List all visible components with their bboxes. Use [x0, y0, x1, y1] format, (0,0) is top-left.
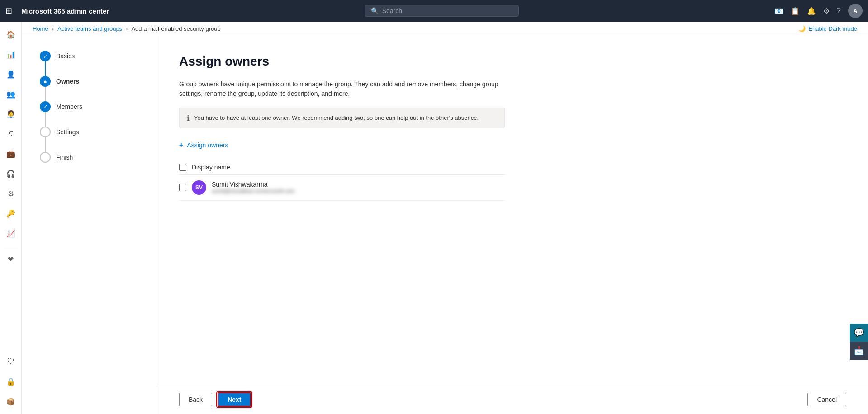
table-row: SV Sumit Vishwakarma sumit@cloudblue.onm…	[179, 175, 505, 201]
help-icon[interactable]: ?	[837, 7, 841, 15]
sidebar-item-reports[interactable]: 📈	[2, 224, 20, 242]
form-description: Group owners have unique permissions to …	[179, 80, 505, 99]
float-chat-button[interactable]: 💬	[850, 324, 868, 342]
sidebar-item-users[interactable]: 👤	[2, 65, 20, 83]
plus-icon: +	[179, 141, 183, 149]
nav-icons: 📧 📋 🔔 ⚙ ? A	[774, 4, 863, 18]
breadcrumb-active-teams[interactable]: Active teams and groups	[57, 25, 122, 32]
step-connector-4	[45, 137, 46, 152]
sidebar-item-home[interactable]: 🏠	[2, 25, 20, 43]
step-connector-1	[45, 61, 46, 76]
row-checkbox[interactable]	[179, 184, 186, 191]
user-avatar: SV	[192, 180, 206, 195]
page-title: Assign owners	[179, 54, 846, 69]
cancel-button[interactable]: Cancel	[807, 393, 846, 406]
app-title: Microsoft 365 admin center	[21, 7, 109, 15]
step-list: ✓ Basics ● Owners ✓ Members	[40, 51, 139, 163]
breadcrumb-home[interactable]: Home	[33, 25, 48, 32]
breadcrumb-bar: Home › Active teams and groups › Add a m…	[22, 22, 868, 36]
search-input[interactable]	[382, 7, 513, 14]
step-item-basics: ✓ Basics	[40, 51, 139, 61]
breadcrumb-current: Add a mail-enabled security group	[131, 25, 220, 32]
content-area: Home › Active teams and groups › Add a m…	[22, 22, 868, 414]
next-button[interactable]: Next	[218, 392, 251, 407]
sidebar-item-devices[interactable]: 🖨	[2, 125, 20, 143]
sidebar-item-settings[interactable]: ⚙	[2, 184, 20, 202]
moon-icon: 🌙	[798, 25, 806, 32]
step-connector-2	[45, 87, 46, 101]
dark-mode-label: Enable Dark mode	[808, 25, 857, 32]
step-item-settings: Settings	[40, 127, 139, 137]
main-layout: 🏠 📊 👤 👥 🧑‍💼 🖨 💼 🎧 ⚙ 🔑 📈 ❤ 🛡 🔒 📦 Home › A…	[0, 22, 868, 414]
sidebar-item-billing[interactable]: 💼	[2, 145, 20, 163]
settings-icon[interactable]: ⚙	[823, 7, 830, 15]
sidebar-item-support[interactable]: 🎧	[2, 165, 20, 183]
step-circle-finish	[40, 152, 51, 163]
info-icon: ℹ	[187, 114, 190, 122]
search-box[interactable]: 🔍	[365, 5, 519, 17]
step-item-members: ✓ Members	[40, 101, 139, 112]
waffle-icon[interactable]: ⊞	[5, 6, 12, 16]
select-all-checkbox[interactable]	[179, 164, 186, 171]
notification-icon[interactable]: 🔔	[807, 7, 816, 15]
sidebar-item-roles[interactable]: 🔑	[2, 204, 20, 222]
step-item-owners: ● Owners	[40, 76, 139, 87]
info-text: You have to have at least one owner. We …	[194, 113, 479, 122]
step-label-finish: Finish	[56, 154, 73, 161]
right-float-buttons: 💬 📩	[850, 324, 868, 360]
sidebar-item-dashboard[interactable]: 📊	[2, 45, 20, 63]
step-label-members: Members	[56, 103, 82, 110]
avatar[interactable]: A	[848, 4, 863, 18]
step-label-basics: Basics	[56, 52, 75, 60]
step-connector-3	[45, 112, 46, 127]
user-email: sumit@cloudblue.onmicrosoft.com	[212, 188, 295, 194]
step-circle-owners: ●	[40, 76, 51, 87]
sidebar-item-security1[interactable]: 🛡	[2, 353, 20, 371]
assign-owners-button[interactable]: + Assign owners	[179, 141, 228, 149]
assign-owners-label: Assign owners	[187, 141, 228, 149]
col-display-name: Display name	[192, 164, 230, 171]
user-name: Sumit Vishwakarma	[212, 181, 295, 188]
float-message-button[interactable]: 📩	[850, 342, 868, 360]
search-icon: 🔍	[371, 7, 379, 14]
sidebar-item-security2[interactable]: 🔒	[2, 372, 20, 390]
step-circle-settings	[40, 127, 51, 137]
step-label-owners: Owners	[56, 78, 79, 85]
sidebar-bottom: 🛡 🔒 📦	[2, 353, 20, 414]
back-button[interactable]: Back	[179, 393, 212, 406]
sidebar-item-groups[interactable]: 👥	[2, 85, 20, 103]
step-item-finish: Finish	[40, 152, 139, 163]
sidebar-item-packages[interactable]: 📦	[2, 392, 20, 410]
owners-table: Display name SV Sumit Vishwakarma sumit@…	[179, 160, 505, 201]
step-circle-members: ✓	[40, 101, 51, 112]
breadcrumb: Home › Active teams and groups › Add a m…	[33, 25, 221, 32]
document-icon[interactable]: 📋	[791, 7, 800, 15]
sidebar-divider	[4, 246, 18, 246]
left-sidebar: 🏠 📊 👤 👥 🧑‍💼 🖨 💼 🎧 ⚙ 🔑 📈 ❤ 🛡 🔒 📦	[0, 22, 22, 414]
breadcrumb-sep1: ›	[52, 25, 54, 32]
info-box: ℹ You have to have at least one owner. W…	[179, 108, 505, 128]
form-footer: Back Next Cancel	[157, 385, 868, 414]
email-icon[interactable]: 📧	[774, 7, 783, 15]
user-info: Sumit Vishwakarma sumit@cloudblue.onmicr…	[212, 181, 295, 194]
top-navigation: ⊞ Microsoft 365 admin center 🔍 📧 📋 🔔 ⚙ ?…	[0, 0, 868, 22]
form-content: Assign owners Group owners have unique p…	[157, 36, 868, 385]
breadcrumb-sep2: ›	[126, 25, 128, 32]
page-body: ✓ Basics ● Owners ✓ Members	[22, 36, 868, 414]
sidebar-item-contacts[interactable]: 🧑‍💼	[2, 105, 20, 123]
table-header: Display name	[179, 160, 505, 175]
wizard-panel: ✓ Basics ● Owners ✓ Members	[22, 36, 157, 414]
dark-mode-toggle[interactable]: 🌙 Enable Dark mode	[798, 25, 857, 32]
form-area: Assign owners Group owners have unique p…	[157, 36, 868, 414]
sidebar-item-health[interactable]: ❤	[2, 250, 20, 268]
step-label-settings: Settings	[56, 128, 79, 136]
step-circle-basics: ✓	[40, 51, 51, 61]
